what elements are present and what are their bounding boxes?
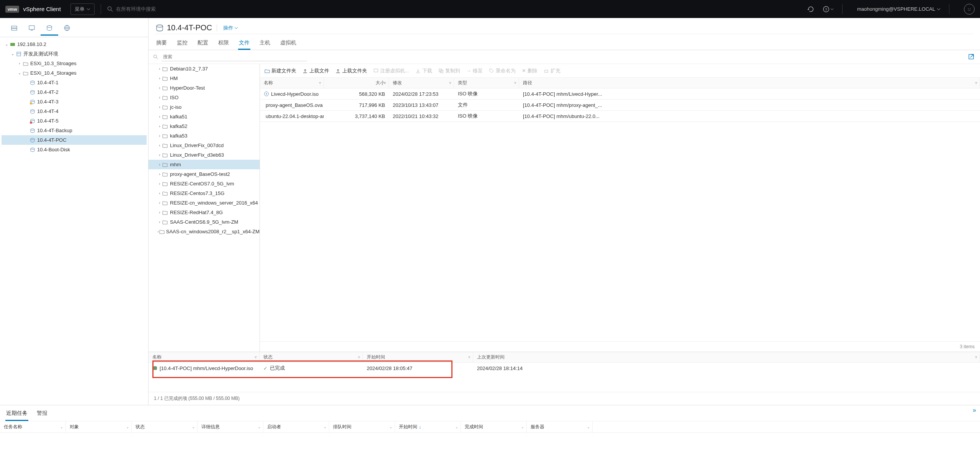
tree-item[interactable]: ⌄ESXi_10.4_Storages <box>2 68 147 78</box>
vmware-logo: vmw <box>5 6 19 13</box>
tree-item[interactable]: 10.4-Boot-Disk <box>2 145 147 154</box>
svg-rect-6 <box>11 26 17 28</box>
vms-view-tab[interactable] <box>23 21 41 36</box>
file-row[interactable]: Livecd-HyperDoor.iso568,320 KB2024/02/28… <box>260 88 980 100</box>
collapse-panel-icon[interactable]: » <box>973 407 976 414</box>
tab-alarms[interactable]: 警报 <box>36 408 48 421</box>
folder-icon <box>162 76 168 81</box>
object-tab[interactable]: 主机 <box>259 37 271 50</box>
col-size[interactable]: 大小▼ <box>324 78 389 88</box>
global-search-input[interactable] <box>116 6 193 12</box>
tree-item[interactable]: ⌄192.168.10.2 <box>2 39 147 49</box>
upload-file-button[interactable]: 上载文件 <box>302 67 329 74</box>
chevron-down-icon <box>234 27 238 29</box>
network-view-tab[interactable] <box>58 21 76 36</box>
folder-item[interactable]: ›ISO <box>149 93 260 102</box>
folder-item[interactable]: ›RESIZE-RedHat7.4_8G <box>149 208 260 217</box>
task-column-header[interactable]: 服务器⌄ <box>527 421 593 432</box>
folder-icon <box>162 143 168 148</box>
task-column-header[interactable]: 完成时间⌄ <box>461 421 527 432</box>
svg-point-4 <box>968 8 969 9</box>
upload-folder-button[interactable]: 上载文件夹 <box>335 67 367 74</box>
menu-dropdown[interactable]: 菜单 <box>70 3 95 15</box>
folder-item[interactable]: ›SAAS-CentOS6.9_5G_lvm-ZM <box>149 217 260 227</box>
folder-item[interactable]: ›kafka51 <box>149 112 260 121</box>
folder-item[interactable]: ›RESIZE-cn_windows_server_2016_x64 <box>149 198 260 208</box>
col-path[interactable]: 路径▼ <box>519 78 980 88</box>
tree-item[interactable]: 10.4-4T-1 <box>2 78 147 87</box>
task-column-header[interactable]: 任务名称⌄ <box>0 421 66 432</box>
task-column-header[interactable]: 详细信息⌄ <box>198 421 263 432</box>
tree-item[interactable]: 10.4-4T-2 <box>2 87 147 97</box>
file-search-input[interactable] <box>162 52 307 61</box>
smiley-feedback-icon[interactable] <box>964 4 975 15</box>
tree-item[interactable]: 10.4-4T-Backup <box>2 126 147 135</box>
chevron-down-icon: ⌄ <box>60 425 63 429</box>
tree-item[interactable]: 10.4-4T-3 <box>2 97 147 106</box>
tree-toggle-icon: › <box>157 220 162 224</box>
svg-point-19 <box>31 100 34 102</box>
user-menu[interactable]: maohongming@VSPHERE.LOCAL <box>857 6 941 12</box>
folder-item[interactable]: ›jc-iso <box>149 102 260 112</box>
folder-item[interactable]: ›proxy-agent_BaseOS-test2 <box>149 169 260 179</box>
tree-toggle-icon: › <box>157 143 162 147</box>
svg-rect-34 <box>545 70 548 72</box>
register-vm-button: 注册虚拟机... <box>373 67 409 74</box>
folder-item[interactable]: ›Debian10.2_7.37 <box>149 64 260 74</box>
tree-item[interactable]: 10.4-4T-POC <box>2 135 147 145</box>
file-row[interactable]: ubuntu-22.04.1-desktop-amd...3,737,140 K… <box>260 111 980 122</box>
help-dropdown[interactable]: ? <box>823 6 834 13</box>
svg-point-18 <box>31 90 34 92</box>
folder-item[interactable]: ›kafka52 <box>149 121 260 131</box>
transfer-row[interactable]: [10.4-4T-POC] mhm/Livecd-HyperDoor.iso ✓… <box>149 363 980 373</box>
folder-item[interactable]: ›kafka53 <box>149 131 260 141</box>
tree-toggle-icon: › <box>17 61 22 66</box>
actions-dropdown[interactable]: 操作 <box>217 25 238 31</box>
new-window-icon[interactable] <box>968 53 975 61</box>
folder-item[interactable]: ›Linux_DriverFix_007dcd <box>149 141 260 150</box>
storage-view-tab[interactable] <box>41 21 58 36</box>
folder-plus-icon <box>265 68 270 74</box>
folder-item[interactable]: ›HM <box>149 74 260 83</box>
help-icon: ? <box>823 6 830 13</box>
tree-item[interactable]: 10.4-4T-5 <box>2 116 147 126</box>
folder-icon <box>22 61 29 66</box>
task-column-header[interactable]: 对象⌄ <box>66 421 132 432</box>
folder-item[interactable]: ›mhm <box>149 160 260 169</box>
col-modified[interactable]: 修改▼ <box>389 78 454 88</box>
col-type[interactable]: 类型▼ <box>454 78 519 88</box>
task-column-header[interactable]: 启动者⌄ <box>263 421 329 432</box>
folder-item[interactable]: ›RESIZE-Centos7.3_15G <box>149 188 260 198</box>
hosts-view-tab[interactable] <box>5 21 23 36</box>
object-tab[interactable]: 虚拟机 <box>279 37 297 50</box>
folder-icon <box>162 162 168 167</box>
tree-toggle-icon: ⌄ <box>10 52 15 56</box>
col-name[interactable]: 名称▼ <box>260 78 324 88</box>
folder-item[interactable]: ›HyperDoor-Test <box>149 83 260 93</box>
tree-item-label: ESXi_10.4_Storages <box>30 70 77 76</box>
file-row[interactable]: proxy-agent_BaseOS.ova717,996 KB2023/10/… <box>260 100 980 111</box>
tree-item[interactable]: ›ESXi_10.3_Stroages <box>2 59 147 68</box>
object-tab[interactable]: 监控 <box>176 37 188 50</box>
tree-item[interactable]: 10.4-4T-4 <box>2 106 147 116</box>
new-folder-button[interactable]: 新建文件夹 <box>265 67 296 74</box>
folder-icon <box>159 229 165 234</box>
folder-item[interactable]: ›Linux_DriverFix_d3eb63 <box>149 150 260 160</box>
folder-item[interactable]: ›SAAS-cn_windows2008_r2__sp1_x64-ZM <box>149 227 260 236</box>
tree-toggle-icon: › <box>157 201 162 205</box>
refresh-icon[interactable] <box>807 6 814 13</box>
task-column-header[interactable]: 开始时间↓⌄ <box>395 421 461 432</box>
tab-recent-tasks[interactable]: 近期任务 <box>5 408 28 421</box>
object-tab[interactable]: 摘要 <box>155 37 168 50</box>
tree-toggle-icon: › <box>157 124 162 128</box>
tree-toggle-icon: › <box>157 105 162 109</box>
object-tab[interactable]: 文件 <box>238 37 250 50</box>
task-column-header[interactable]: 排队时间⌄ <box>329 421 395 432</box>
object-tab[interactable]: 配置 <box>197 37 209 50</box>
object-tab[interactable]: 权限 <box>217 37 230 50</box>
svg-line-29 <box>156 57 158 59</box>
tree-item-label: ESXi_10.3_Stroages <box>30 61 77 66</box>
task-column-header[interactable]: 状态⌄ <box>132 421 198 432</box>
tree-item[interactable]: ⌄开发及测试环境 <box>2 49 147 59</box>
folder-item[interactable]: ›RESIZE-CentOS7.0_5G_lvm <box>149 179 260 188</box>
